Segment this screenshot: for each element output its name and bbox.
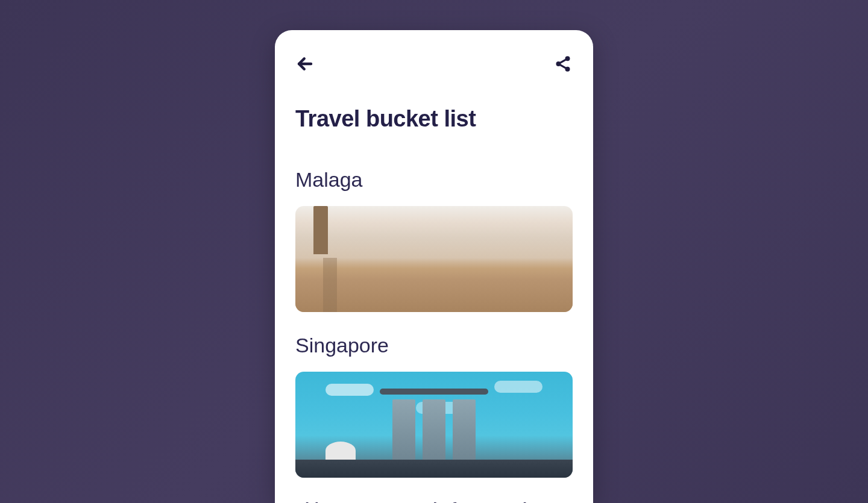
back-button[interactable] — [295, 54, 315, 73]
svg-line-5 — [561, 65, 566, 68]
destination-image-singapore[interactable] — [295, 372, 573, 478]
header-bar — [295, 54, 573, 73]
destination-title-singapore: Singapore — [295, 334, 573, 357]
share-icon — [554, 55, 572, 73]
phone-frame: Travel bucket list Malaga Singapore Thin… — [275, 30, 593, 503]
share-button[interactable] — [553, 54, 573, 73]
arrow-left-icon — [296, 55, 314, 73]
destination-title-malaga: Malaga — [295, 168, 573, 192]
svg-line-4 — [561, 60, 566, 63]
destination-image-malaga[interactable] — [295, 206, 573, 312]
section-heading: Things to sort out before travel — [295, 499, 573, 503]
page-title: Travel bucket list — [295, 106, 573, 132]
